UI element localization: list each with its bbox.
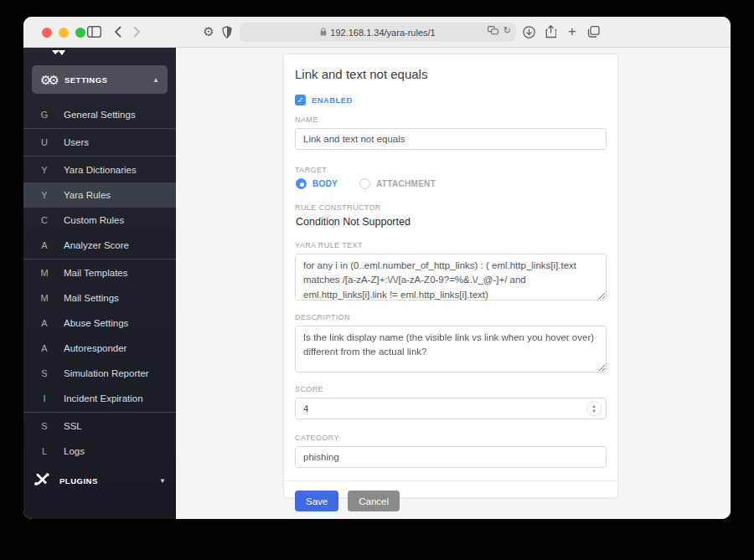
translate-icon[interactable] (488, 26, 498, 37)
sidebar-item-label: Logs (64, 446, 85, 456)
sidebar-item-label: Analyzer Score (64, 240, 129, 250)
sidebar-item-abuse-settings[interactable]: A Abuse Settings (23, 311, 176, 336)
new-tab-icon[interactable]: + (565, 24, 580, 39)
sidebar-item-mail-settings[interactable]: M Mail Settings (23, 285, 176, 311)
target-radio-label: BODY (312, 179, 338, 188)
zoom-window-button[interactable] (75, 28, 85, 38)
score-input[interactable] (295, 398, 607, 419)
sidebar-item-ssl[interactable]: S SSL (23, 414, 176, 439)
sidebar-item-general-settings[interactable]: G General Settings (23, 102, 176, 127)
sidebar-item-logs[interactable]: L Logs (23, 439, 176, 464)
description-label: DESCRIPTION (295, 313, 607, 321)
gears-icon: ⚙⚙ (40, 74, 56, 86)
minimize-window-button[interactable] (59, 28, 69, 38)
sidebar-toggle-icon[interactable] (86, 24, 101, 39)
address-bar[interactable]: 192.168.1.34/yara-rules/1 ↻ (240, 23, 516, 42)
sidebar-divider (23, 156, 176, 157)
traffic-lights (42, 28, 85, 38)
sidebar-item-letter-icon: Y (34, 165, 55, 175)
form-divider (284, 480, 617, 481)
sidebar-divider (23, 412, 176, 413)
sidebar-item-letter-icon: U (34, 137, 55, 147)
lock-icon (320, 28, 327, 38)
sidebar-item-label: Incident Expiration (64, 393, 143, 403)
tools-icon (34, 472, 49, 490)
sidebar-item-label: Simulation Reporter (64, 368, 149, 378)
app-logo-partial (52, 48, 65, 60)
score-stepper[interactable]: ▲▼ (587, 402, 601, 415)
forward-icon[interactable] (129, 24, 144, 39)
sidebar-item-label: Yara Dictionaries (64, 165, 137, 175)
rule-constructor-value: Condition Not Supported (296, 216, 607, 228)
enabled-checkbox[interactable]: ✓ (295, 95, 306, 105)
close-window-button[interactable] (42, 28, 52, 38)
sidebar-item-letter-icon: Y (34, 190, 55, 200)
sidebar-item-users[interactable]: U Users (23, 130, 176, 155)
target-radio-attachment[interactable]: ATTACHMENT (359, 178, 436, 189)
sidebar-item-label: Yara Rules (64, 190, 111, 200)
sidebar-section-settings[interactable]: ⚙⚙ SETTINGS ▲ (32, 65, 168, 94)
yara-rule-form-card: Link and text not equals ✓ ENABLED NAME … (283, 54, 618, 498)
back-icon[interactable] (110, 24, 125, 39)
sidebar-item-letter-icon: A (34, 343, 55, 353)
chevron-up-icon: ▲ (152, 76, 159, 84)
settings-header-label: SETTINGS (65, 75, 152, 85)
sidebar-item-yara-rules[interactable]: Y Yara Rules (23, 182, 176, 208)
share-icon[interactable] (543, 24, 558, 39)
sidebar-item-yara-dictionaries[interactable]: Y Yara Dictionaries (23, 157, 176, 182)
privacy-shield-icon[interactable] (219, 24, 235, 39)
sidebar-item-label: General Settings (64, 110, 136, 120)
sidebar-item-analyzer-score[interactable]: A Analyzer Score (23, 233, 176, 258)
settings-sidebar: ⚙⚙ SETTINGS ▲ G General Settings U Users… (23, 48, 176, 519)
sidebar-item-mail-templates[interactable]: M Mail Templates (23, 260, 176, 285)
sidebar-item-autoresponder[interactable]: A Autoresponder (23, 336, 176, 361)
sidebar-item-label: Mail Templates (64, 268, 128, 278)
sidebar-item-label: Abuse Settings (64, 318, 128, 328)
downloads-icon[interactable] (521, 24, 536, 39)
enabled-label: ENABLED (312, 95, 353, 105)
tab-overview-icon[interactable] (586, 24, 601, 39)
yara-rule-text-label: YARA RULE TEXT (295, 241, 607, 249)
chevron-down-icon: ▼ (159, 477, 166, 485)
sidebar-item-letter-icon: S (34, 421, 55, 431)
name-input[interactable] (295, 128, 607, 150)
browser-window: ⚙ 192.168.1.34/yara-rules/1 ↻ + (23, 17, 731, 519)
radio-icon (296, 178, 307, 189)
sidebar-divider (23, 259, 176, 259)
sidebar-item-letter-icon: C (34, 215, 55, 225)
target-radio-body[interactable]: BODY (296, 178, 338, 189)
sidebar-item-letter-icon: S (34, 368, 55, 378)
reload-icon[interactable]: ↻ (504, 26, 511, 37)
sidebar-item-incident-expiration[interactable]: I Incident Expiration (23, 386, 176, 411)
sidebar-item-letter-icon: L (34, 446, 55, 456)
sidebar-section-plugins[interactable]: PLUGINS ▼ (32, 467, 168, 494)
save-button[interactable]: Save (295, 491, 338, 511)
target-radio-label: ATTACHMENT (376, 179, 436, 188)
sidebar-item-label: SSL (64, 421, 82, 431)
sidebar-item-letter-icon: G (34, 110, 55, 120)
sidebar-item-letter-icon: I (34, 393, 55, 403)
sidebar-item-label: Users (64, 137, 89, 147)
page-title: Link and text not equals (295, 67, 607, 81)
category-input[interactable] (295, 446, 607, 468)
enabled-checkbox-row[interactable]: ✓ ENABLED (295, 95, 607, 105)
description-area[interactable]: Is the link display name (the visible li… (295, 326, 607, 372)
target-label: TARGET (295, 166, 607, 174)
main-content: Link and text not equals ✓ ENABLED NAME … (176, 48, 731, 519)
sidebar-divider (23, 128, 176, 129)
sidebar-item-simulation-reporter[interactable]: S Simulation Reporter (23, 361, 176, 386)
sidebar-item-custom-rules[interactable]: C Custom Rules (23, 208, 176, 233)
cancel-button[interactable]: Cancel (348, 491, 400, 511)
category-label: CATEGORY (295, 434, 607, 442)
sidebar-item-letter-icon: A (34, 318, 55, 328)
sidebar-item-letter-icon: A (34, 240, 55, 250)
score-label: SCORE (295, 385, 607, 393)
page-settings-gear-icon[interactable]: ⚙ (201, 24, 216, 39)
sidebar-item-letter-icon: M (34, 268, 55, 278)
browser-toolbar: ⚙ 192.168.1.34/yara-rules/1 ↻ + (23, 17, 731, 48)
sidebar-item-label: Custom Rules (64, 215, 124, 225)
radio-icon (359, 178, 370, 189)
yara-rule-text-area[interactable]: for any i in (0..eml.number_of_http_link… (295, 254, 607, 301)
sidebar-item-label: Mail Settings (64, 293, 119, 303)
target-radio-group: BODY ATTACHMENT (296, 178, 607, 189)
